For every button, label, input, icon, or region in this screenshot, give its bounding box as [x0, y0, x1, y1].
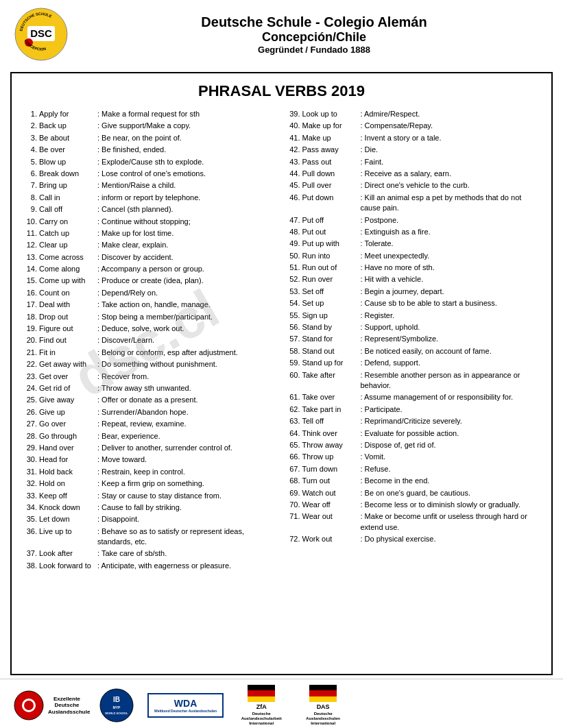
- verb-number: 55.: [285, 311, 300, 321]
- verb-phrase: Hand over: [39, 443, 97, 453]
- verb-definition: : Accompany a person or group.: [97, 264, 278, 274]
- verb-number: 46.: [285, 193, 300, 214]
- list-item: 38. Look forward to : Anticipate, with e…: [22, 561, 278, 571]
- verb-number: 26.: [22, 407, 37, 417]
- list-item: 50. Run into : Meet unexpectedly.: [285, 251, 542, 261]
- list-item: 42. Pass away : Die.: [285, 145, 542, 155]
- list-item: 64. Think over : Evaluate for possible a…: [285, 428, 542, 439]
- verb-definition: : Restrain, keep in control.: [97, 467, 278, 477]
- verb-phrase: Carry on: [39, 217, 97, 227]
- verb-phrase: Head for: [39, 454, 97, 465]
- verb-number: 27.: [22, 419, 37, 429]
- list-item: 72. Work out : Do physical exercise.: [285, 534, 542, 544]
- list-item: 31. Hold back : Restrain, keep in contro…: [22, 467, 278, 477]
- verb-definition: : Deduce, solve, work out.: [97, 324, 278, 334]
- list-item: 10. Carry on : Continue without stopping…: [22, 217, 278, 227]
- verb-number: 69.: [285, 488, 300, 498]
- verb-number: 11.: [22, 228, 37, 239]
- verb-definition: : Make a formal request for sth: [97, 109, 278, 119]
- list-item: 66. Throw up : Vomit.: [285, 452, 542, 462]
- verb-number: 13.: [22, 252, 37, 263]
- verb-definition: : Reprimand/Criticize severely.: [361, 416, 542, 426]
- verb-definition: : Cause to fall by striking.: [97, 502, 278, 513]
- page-title: PHRASAL VERBS 2019: [22, 79, 541, 104]
- verb-phrase: Live up to: [39, 526, 97, 548]
- verb-phrase: Throw away: [302, 440, 361, 450]
- list-item: 13. Come across : Discover by accident.: [22, 252, 278, 263]
- verb-phrase: Come across: [39, 252, 97, 263]
- list-item: 67. Turn down : Refuse.: [285, 464, 542, 474]
- verb-number: 59.: [285, 358, 300, 368]
- verb-definition: : Cancel (sth planned).: [97, 204, 278, 215]
- verb-phrase: Pull over: [302, 180, 361, 191]
- verb-definition: : Begin a journey, depart.: [361, 287, 542, 297]
- verb-definition: : Assume management of or responsibility…: [361, 392, 542, 402]
- verb-phrase: Turn down: [302, 464, 361, 474]
- verb-number: 24.: [22, 383, 37, 393]
- verb-number: 9.: [22, 204, 37, 215]
- ib-icon: IB MYP WORLD SCHOOL: [99, 688, 134, 723]
- das-label: DAS: [317, 703, 330, 710]
- verb-number: 38.: [22, 561, 37, 571]
- verb-phrase: Look forward to: [39, 561, 97, 571]
- main-wrapper: dsc.cl PHRASAL VERBS 2019 1. Apply for :…: [0, 72, 563, 675]
- verb-phrase: Count on: [39, 288, 97, 298]
- verb-number: 34.: [22, 502, 37, 513]
- verb-definition: : Have no more of sth.: [361, 263, 542, 273]
- verb-definition: : Extinguish as a fire.: [361, 227, 542, 237]
- list-item: 48. Put out : Extinguish as a fire.: [285, 227, 542, 237]
- list-item: 16. Count on : Depend/Rely on.: [22, 288, 278, 298]
- list-item: 61. Take over : Assume management of or …: [285, 392, 542, 402]
- verb-definition: : Be noticed easily, on account of fame.: [361, 346, 542, 356]
- verb-number: 28.: [22, 431, 37, 441]
- list-item: 53. Set off : Begin a journey, depart.: [285, 287, 542, 297]
- verb-phrase: Run over: [302, 274, 361, 284]
- list-item: 26. Give up : Surrender/Abandon hope.: [22, 407, 278, 417]
- list-item: 1. Apply for : Make a formal request for…: [22, 109, 278, 119]
- svg-point-9: [24, 701, 34, 710]
- verb-number: 21.: [22, 348, 37, 358]
- list-item: 18. Drop out : Stop being a member/parti…: [22, 312, 278, 322]
- list-item: 62. Take part in : Participate.: [285, 404, 542, 415]
- verb-number: 51.: [285, 263, 300, 273]
- main-content: PHRASAL VERBS 2019 1. Apply for : Make a…: [10, 72, 553, 675]
- verb-phrase: Wear out: [302, 511, 361, 533]
- verb-definition: : Surrender/Abandon hope.: [97, 407, 278, 417]
- verb-number: 57.: [285, 334, 300, 344]
- list-item: 22. Get away with : Do something without…: [22, 359, 278, 369]
- verb-phrase: Knock down: [39, 502, 97, 513]
- list-item: 27. Go over : Repeat, review, examine.: [22, 419, 278, 429]
- verb-phrase: Be over: [39, 145, 97, 155]
- verb-definition: : Support, uphold.: [361, 322, 542, 332]
- verb-number: 72.: [285, 534, 300, 544]
- verb-definition: : Become less or to diminish slowly or g…: [361, 500, 542, 510]
- left-column: 1. Apply for : Make a formal request for…: [22, 109, 278, 572]
- list-item: 52. Run over : Hit with a vehicle.: [285, 274, 542, 284]
- verb-definition: : Evaluate for possible action.: [361, 428, 542, 439]
- verb-definition: : Be finished, ended.: [97, 145, 278, 155]
- verb-number: 31.: [22, 467, 37, 477]
- school-title-line2: Concepción/Chile: [79, 30, 549, 45]
- verb-number: 23.: [22, 372, 37, 382]
- verb-phrase: Keep off: [39, 491, 97, 501]
- verb-phrase: Stand by: [302, 322, 361, 332]
- verb-number: 19.: [22, 324, 37, 334]
- verb-definition: : Behave so as to satisfy or represent i…: [97, 526, 278, 548]
- verb-definition: : Belong or conform, esp after adjustmen…: [97, 348, 278, 358]
- verb-phrase: Apply for: [39, 109, 97, 119]
- list-item: 58. Stand out : Be noticed easily, on ac…: [285, 346, 542, 356]
- list-item: 63. Tell off : Reprimand/Criticize sever…: [285, 416, 542, 426]
- verb-phrase: Be about: [39, 133, 97, 143]
- verb-number: 71.: [285, 511, 300, 533]
- zfa-fullname: Deutsche Auslandsschularbeit Internation…: [237, 712, 285, 727]
- list-item: 69. Watch out : Be on one's guard, be ca…: [285, 488, 542, 498]
- verb-definition: : Anticipate, with eagerness or pleasure…: [97, 561, 278, 571]
- school-logo: DEUTSCHE SCHULE DSC CONCEPCION: [14, 7, 69, 62]
- verb-number: 30.: [22, 454, 37, 465]
- verb-definition: : Mention/Raise a child.: [97, 180, 278, 191]
- list-item: 20. Find out : Discover/Learn.: [22, 335, 278, 345]
- verb-phrase: Hold on: [39, 478, 97, 489]
- verb-definition: : Be near, on the point of.: [97, 133, 278, 143]
- verb-definition: : Throw away sth unwanted.: [97, 383, 278, 393]
- verb-definition: : Defend, support.: [361, 358, 542, 368]
